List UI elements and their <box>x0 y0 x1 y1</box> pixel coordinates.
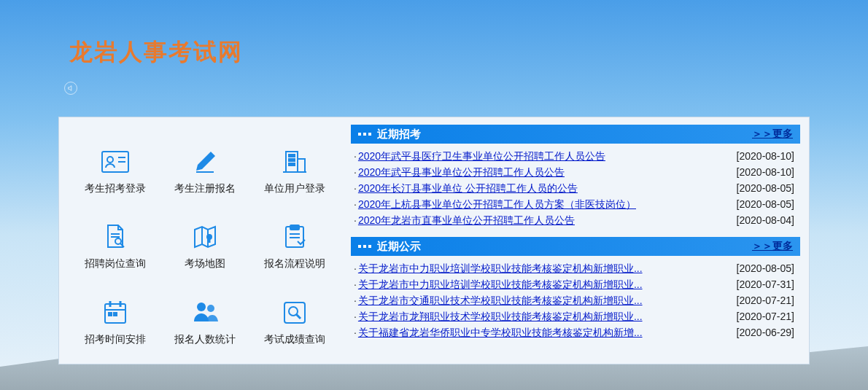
svg-point-32 <box>207 305 214 312</box>
list-link[interactable]: 2020年长汀县事业单位 公开招聘工作人员的公告 <box>354 180 578 196</box>
svg-point-20 <box>207 235 212 239</box>
list-item: 2020年龙岩市直事业单位公开招聘工作人员公告[2020-08-04] <box>354 212 794 228</box>
grid-item-label: 报名人数统计 <box>174 333 236 346</box>
list-link[interactable]: 关于福建省龙岩华侨职业中专学校职业技能考核鉴定机构新增... <box>354 324 643 340</box>
icon-grid: 考生招考登录 考生注册报名 单位用户登录 招聘岗位查询 考场地图 <box>59 117 351 364</box>
list-item: 2020年武平县医疗卫生事业单位公开招聘工作人员公告[2020-08-10] <box>354 148 794 164</box>
grid-score-query[interactable]: 考试成绩查询 <box>252 286 336 356</box>
list-link[interactable]: 关于龙岩市中力职业培训学校职业技能考核鉴定机构新增职业... <box>354 260 643 276</box>
list-date: [2020-08-04] <box>737 212 794 228</box>
grid-org-login[interactable]: 单位用户登录 <box>252 136 336 206</box>
id-card-icon <box>99 146 131 178</box>
dots-icon <box>358 245 371 248</box>
grid-process-guide[interactable]: 报名流程说明 <box>252 211 336 281</box>
list-date: [2020-08-10] <box>737 148 794 164</box>
grid-item-label: 单位用户登录 <box>264 182 325 195</box>
list-date: [2020-08-05] <box>737 180 794 196</box>
building-icon <box>279 146 311 178</box>
svg-point-31 <box>197 303 206 311</box>
list-date: [2020-08-10] <box>737 164 794 180</box>
pen-icon <box>189 146 221 178</box>
doc-search-icon <box>99 221 131 253</box>
list-item: 关于龙岩市龙翔职业技术学校职业技能考核鉴定机构新增职业...[2020-07-2… <box>354 308 794 324</box>
grid-register[interactable]: 考生注册报名 <box>163 136 247 206</box>
recruit-section: 近期招考 ＞＞更多 2020年武平县医疗卫生事业单位公开招聘工作人员公告[202… <box>351 125 800 233</box>
svg-rect-29 <box>109 313 112 316</box>
svg-rect-11 <box>289 163 291 165</box>
grid-item-label: 考生招考登录 <box>85 182 146 195</box>
right-column: 近期招考 ＞＞更多 2020年武平县医疗卫生事业单位公开招聘工作人员公告[202… <box>351 117 809 364</box>
svg-rect-6 <box>298 159 305 172</box>
grid-item-label: 考场地图 <box>185 257 225 270</box>
grid-item-label: 考试成绩查询 <box>264 333 325 346</box>
more-link[interactable]: ＞＞更多 <box>752 240 793 253</box>
calendar-icon <box>99 297 131 329</box>
list-item: 2020年武平县事业单位公开招聘工作人员公告[2020-08-10] <box>354 164 794 180</box>
notice-header: 近期公示 ＞＞更多 <box>351 237 800 256</box>
section-title: 近期招考 <box>377 128 421 141</box>
map-icon <box>189 221 221 253</box>
list-link[interactable]: 关于龙岩市中力职业培训学校职业技能考核鉴定机构新增职业... <box>354 276 643 292</box>
list-link[interactable]: 关于龙岩市交通职业技术学校职业技能考核鉴定机构新增职业... <box>354 292 643 308</box>
svg-rect-30 <box>114 313 117 316</box>
list-link[interactable]: 2020年上杭县事业单位公开招聘工作人员方案（非医技岗位） <box>354 196 636 212</box>
svg-rect-22 <box>290 225 299 230</box>
svg-point-1 <box>107 157 113 163</box>
svg-rect-33 <box>284 303 305 323</box>
list-item: 2020年上杭县事业单位公开招聘工作人员方案（非医技岗位）[2020-08-05… <box>354 196 794 212</box>
recruit-header: 近期招考 ＞＞更多 <box>351 125 800 144</box>
list-link[interactable]: 2020年武平县医疗卫生事业单位公开招聘工作人员公告 <box>354 148 605 164</box>
notice-list: 关于龙岩市中力职业培训学校职业技能考核鉴定机构新增职业...[2020-08-0… <box>351 256 800 345</box>
list-date: [2020-06-29] <box>737 324 794 340</box>
list-item: 2020年长汀县事业单位 公开招聘工作人员的公告[2020-08-05] <box>354 180 794 196</box>
people-icon <box>189 297 221 329</box>
svg-rect-8 <box>292 155 295 157</box>
grid-item-label: 招聘岗位查询 <box>85 257 146 270</box>
list-link[interactable]: 关于龙岩市龙翔职业技术学校职业技能考核鉴定机构新增职业... <box>354 308 643 324</box>
list-date: [2020-07-21] <box>737 308 794 324</box>
grid-job-search[interactable]: 招聘岗位查询 <box>74 211 158 281</box>
site-title: 龙岩人事考试网 <box>0 0 868 69</box>
list-item: 关于福建省龙岩华侨职业中专学校职业技能考核鉴定机构新增...[2020-06-2… <box>354 324 794 340</box>
result-search-icon <box>279 297 311 329</box>
recruit-list: 2020年武平县医疗卫生事业单位公开招聘工作人员公告[2020-08-10] 2… <box>351 144 800 233</box>
grid-applicant-stats[interactable]: 报名人数统计 <box>163 286 247 356</box>
svg-rect-7 <box>289 155 291 157</box>
dots-icon <box>358 133 371 136</box>
list-item: 关于龙岩市中力职业培训学校职业技能考核鉴定机构新增职业...[2020-08-0… <box>354 260 794 276</box>
svg-line-35 <box>296 314 301 319</box>
list-item: 关于龙岩市交通职业技术学校职业技能考核鉴定机构新增职业...[2020-07-2… <box>354 292 794 308</box>
list-item: 关于龙岩市中力职业培训学校职业技能考核鉴定机构新增职业...[2020-07-3… <box>354 276 794 292</box>
svg-rect-9 <box>289 159 291 161</box>
list-date: [2020-08-05] <box>737 260 794 276</box>
notice-section: 近期公示 ＞＞更多 关于龙岩市中力职业培训学校职业技能考核鉴定机构新增职业...… <box>351 237 800 345</box>
svg-rect-10 <box>292 159 295 161</box>
list-date: [2020-07-21] <box>737 292 794 308</box>
svg-point-16 <box>115 238 121 244</box>
list-date: [2020-07-31] <box>737 276 794 292</box>
grid-schedule[interactable]: 招考时间安排 <box>74 286 158 356</box>
section-title: 近期公示 <box>377 240 421 254</box>
list-link[interactable]: 2020年武平县事业单位公开招聘工作人员公告 <box>354 164 565 180</box>
clipboard-icon <box>279 221 311 253</box>
grid-item-label: 考生注册报名 <box>174 182 236 195</box>
svg-rect-12 <box>292 163 295 165</box>
more-link[interactable]: ＞＞更多 <box>752 128 793 141</box>
grid-candidate-login[interactable]: 考生招考登录 <box>74 136 158 206</box>
grid-exam-map[interactable]: 考场地图 <box>163 211 247 281</box>
main-panel: 考生招考登录 考生注册报名 单位用户登录 招聘岗位查询 考场地图 <box>58 117 810 364</box>
grid-item-label: 报名流程说明 <box>264 257 325 270</box>
speaker-icon[interactable] <box>64 82 77 95</box>
list-link[interactable]: 2020年龙岩市直事业单位公开招聘工作人员公告 <box>354 212 575 228</box>
grid-item-label: 招考时间安排 <box>85 333 146 346</box>
list-date: [2020-08-05] <box>737 196 794 212</box>
